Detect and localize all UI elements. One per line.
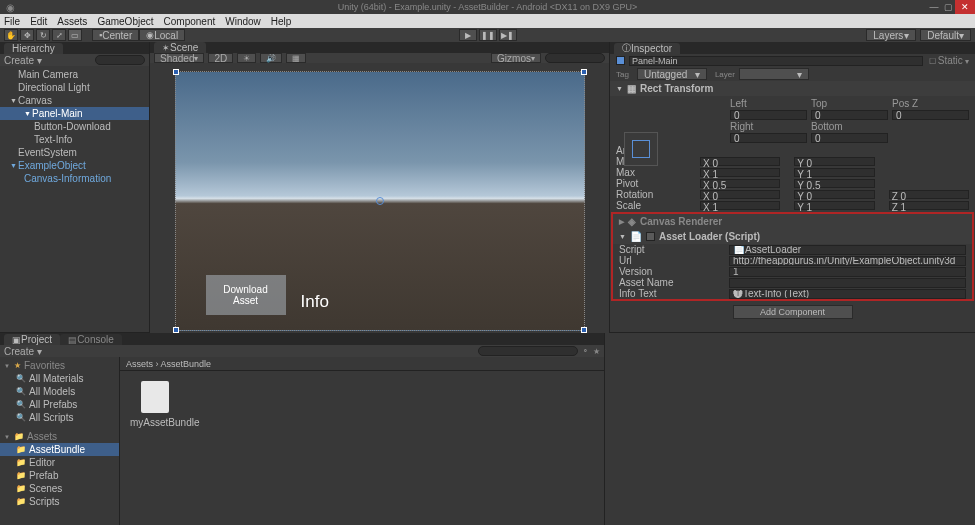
favorites-header[interactable]: ▼★Favorites <box>0 359 119 372</box>
hand-tool[interactable]: ✋ <box>4 29 18 41</box>
rotate-tool[interactable]: ↻ <box>36 29 50 41</box>
gameobject-name-field[interactable] <box>629 56 923 66</box>
menu-edit[interactable]: Edit <box>30 16 47 27</box>
hierarchy-item[interactable]: EventSystem <box>0 146 149 159</box>
field[interactable]: Y 0 <box>794 157 874 166</box>
favorite-item[interactable]: 🔍All Prefabs <box>0 398 119 411</box>
url-field[interactable]: http://theappgurus.in/Unity/ExampleObjec… <box>729 256 966 266</box>
rect-handle[interactable] <box>173 327 179 333</box>
field[interactable]: Y 0 <box>794 190 874 199</box>
project-grid[interactable]: myAssetBundle <box>120 371 604 525</box>
scale-tool[interactable]: ⤢ <box>52 29 66 41</box>
field[interactable]: X 0.5 <box>700 179 780 188</box>
field[interactable]: Y 1 <box>794 201 874 210</box>
asset-item[interactable]: myAssetBundle <box>130 381 180 428</box>
hierarchy-search[interactable] <box>95 55 145 65</box>
field[interactable]: Y 0.5 <box>794 179 874 188</box>
field[interactable]: Y 1 <box>794 168 874 177</box>
rect-tool[interactable]: ▭ <box>68 29 82 41</box>
tab-inspector[interactable]: ⓘ Inspector <box>614 43 680 54</box>
folder-item[interactable]: 📁Scripts <box>0 495 119 508</box>
canvas-renderer-header[interactable]: ▶◈Canvas Renderer <box>613 214 972 229</box>
tag-dropdown[interactable]: Untagged▾ <box>637 68 707 80</box>
menu-assets[interactable]: Assets <box>57 16 87 27</box>
rect-field[interactable]: 0 <box>730 110 807 120</box>
rect-handle[interactable] <box>173 69 179 75</box>
hierarchy-item[interactable]: Canvas-Information <box>0 172 149 185</box>
project-search[interactable] <box>478 346 578 356</box>
hierarchy-item[interactable]: Directional Light <box>0 81 149 94</box>
menu-gameobject[interactable]: GameObject <box>97 16 153 27</box>
maximize-button[interactable]: ▢ <box>941 0 955 14</box>
rect-field[interactable]: 0 <box>811 110 888 120</box>
menu-file[interactable]: File <box>4 16 20 27</box>
hierarchy-create[interactable]: Create ▾ <box>4 55 42 66</box>
folder-item[interactable]: 📁Editor <box>0 456 119 469</box>
layer-dropdown[interactable]: ▾ <box>739 68 809 80</box>
asset-name-field[interactable] <box>729 278 966 288</box>
enabled-checkbox[interactable] <box>616 56 625 65</box>
static-toggle[interactable]: ☐ Static ▾ <box>929 55 969 66</box>
rect-handle[interactable] <box>581 69 587 75</box>
move-tool[interactable]: ✥ <box>20 29 34 41</box>
menu-help[interactable]: Help <box>271 16 292 27</box>
layers-dropdown[interactable]: Layers▾ <box>866 29 916 41</box>
project-create[interactable]: Create ▾ <box>4 346 42 357</box>
assets-header[interactable]: ▼📁Assets <box>0 430 119 443</box>
field[interactable]: Z 0 <box>889 190 969 199</box>
tab-project[interactable]: ▣ Project <box>4 334 60 345</box>
anchor-preset[interactable] <box>624 132 658 166</box>
field[interactable]: X 1 <box>700 201 780 210</box>
field[interactable]: X 0 <box>700 157 780 166</box>
folder-item[interactable]: 📁Scenes <box>0 482 119 495</box>
breadcrumb[interactable]: Assets › AssetBundle <box>120 357 604 371</box>
folder-item[interactable]: 📁Prefab <box>0 469 119 482</box>
field[interactable]: Z 1 <box>889 201 969 210</box>
gizmos-dropdown[interactable]: Gizmos ▾ <box>491 53 541 63</box>
favorite-item[interactable]: 🔍All Models <box>0 385 119 398</box>
minimize-button[interactable]: — <box>927 0 941 14</box>
render-mode[interactable]: Shaded ▾ <box>154 53 204 63</box>
rect-field[interactable]: 0 <box>811 133 888 143</box>
menu-window[interactable]: Window <box>225 16 261 27</box>
favorite-item[interactable]: 🔍All Materials <box>0 372 119 385</box>
filter-icon[interactable]: ★ <box>593 347 600 356</box>
pivot-center[interactable]: ▪ Center <box>92 29 139 41</box>
scene-audio-icon[interactable]: 🔊 <box>260 53 282 63</box>
favorite-item[interactable]: 🔍All Scripts <box>0 411 119 424</box>
canvas-rect[interactable]: Download Asset Info <box>175 71 585 331</box>
folder-item-selected[interactable]: 📁AssetBundle <box>0 443 119 456</box>
download-asset-button[interactable]: Download Asset <box>206 275 286 315</box>
pivot-local[interactable]: ◉ Local <box>139 29 185 41</box>
scene-light-icon[interactable]: ☀ <box>237 53 256 63</box>
filter-icon[interactable]: ⚬ <box>582 347 589 356</box>
rect-transform-header[interactable]: ▼▦Rect Transform <box>610 81 975 96</box>
script-field[interactable]: 📄 AssetLoader <box>729 245 966 255</box>
info-text-field[interactable]: 🅣 Text-Info (Text) <box>729 289 966 299</box>
add-component-button[interactable]: Add Component <box>733 305 853 319</box>
tab-hierarchy[interactable]: Hierarchy <box>4 43 63 54</box>
pause-button[interactable]: ❚❚ <box>479 29 497 41</box>
play-button[interactable]: ▶ <box>459 29 477 41</box>
layout-dropdown[interactable]: Default▾ <box>920 29 971 41</box>
close-button[interactable]: ✕ <box>955 0 975 14</box>
rect-field[interactable]: 0 <box>730 133 807 143</box>
hierarchy-item[interactable]: ▼ExampleObject <box>0 159 149 172</box>
scene-fx-icon[interactable]: ▦ <box>286 53 306 63</box>
hierarchy-item[interactable]: Main Camera <box>0 68 149 81</box>
rect-field[interactable]: 0 <box>892 110 969 120</box>
hierarchy-item[interactable]: ▼Canvas <box>0 94 149 107</box>
scene-viewport[interactable]: Download Asset Info <box>150 63 609 339</box>
field[interactable]: X 0 <box>700 190 780 199</box>
script-enabled-checkbox[interactable] <box>646 232 655 241</box>
hierarchy-item[interactable]: Text-Info <box>0 133 149 146</box>
field[interactable]: X 1 <box>700 168 780 177</box>
hierarchy-item-selected[interactable]: ▼Panel-Main <box>0 107 149 120</box>
menu-component[interactable]: Component <box>164 16 216 27</box>
version-field[interactable]: 1 <box>729 267 966 277</box>
mode-2d[interactable]: 2D <box>208 53 233 63</box>
hierarchy-item[interactable]: Button-Download <box>0 120 149 133</box>
asset-loader-header[interactable]: ▼📄Asset Loader (Script) <box>613 229 972 244</box>
tab-console[interactable]: ▤ Console <box>60 334 122 345</box>
tab-scene[interactable]: ✶ Scene <box>154 42 206 53</box>
